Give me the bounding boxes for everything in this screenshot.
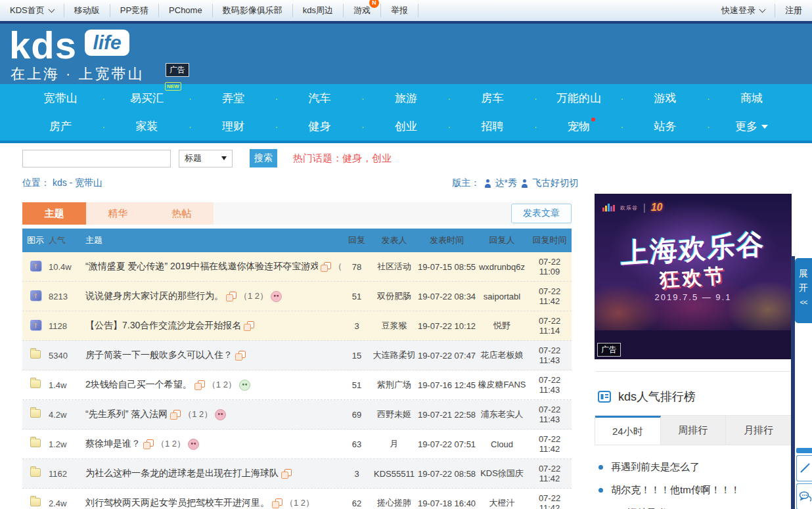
table-row[interactable]: 1.4w 2块钱给自己买一个希望。 （1 2） 51 紫荆广场 19-07-16… [22, 370, 572, 400]
nav-item-site-affairs[interactable]: 站务 [631, 119, 700, 134]
moderator-link[interactable]: 达*秀 [495, 177, 517, 189]
tab-digest[interactable]: 精华 [86, 202, 150, 225]
topbar-item-games[interactable]: 游戏 N [344, 4, 381, 17]
topic-replier[interactable]: wxdrunbq6z [476, 262, 528, 272]
table-row[interactable]: 2.4w 刘行驾校两天两起女学员把驾校车开进河里。 （1 2） 62 搓心搓肺 … [22, 489, 572, 509]
nav-item-yimaihui[interactable]: 易买汇NEW [113, 91, 181, 106]
topic-replier[interactable]: 橡皮糖FANS [476, 379, 528, 391]
topic-title-link[interactable]: “先生系列” 落入法网 [85, 409, 168, 420]
chat-button[interactable] [796, 483, 812, 509]
topic-author[interactable]: 双份肥肠 [371, 290, 417, 302]
topic-replier[interactable]: 浦东老实人 [476, 409, 528, 420]
search-scope-select[interactable]: 标题 [179, 150, 233, 167]
topic-pages[interactable]: （1 2） [156, 438, 185, 450]
search-button[interactable]: 搜索 [250, 149, 277, 167]
topic-replier[interactable]: KDS徐国庆 [476, 468, 528, 479]
topic-author[interactable]: 月 [371, 438, 417, 450]
topic-pages[interactable]: （1 2） [208, 379, 237, 391]
topbar-item-pp-betting[interactable]: PP竞猜 [110, 4, 159, 17]
table-row[interactable]: 5340 房子简装一下一般吹多久可以入住？ 15 大连路柔切 19-07-22 … [22, 341, 572, 370]
breadcrumb-path[interactable]: kds - 宽带山 [53, 177, 102, 188]
nav-item-startup[interactable]: 创业 [372, 119, 440, 134]
site-logo[interactable]: kds life [9, 25, 129, 66]
rank-item-text[interactable]: 再遇到前夫是怎么了 [611, 461, 700, 474]
topic-author[interactable]: 紫荆广场 [371, 379, 417, 391]
breadcrumb-row: 位置： kds - 宽带山 版主： 达*秀 飞古好切切 [22, 177, 578, 189]
topic-pages[interactable]: （1 2） [239, 290, 268, 302]
topic-title-link[interactable]: 为社么这种一条龙的进球老是出现在打上海球队 [85, 468, 279, 479]
topic-author[interactable]: 社区活动 [371, 261, 417, 273]
hot-topics-text[interactable]: 热门话题：健身，创业 [293, 152, 392, 165]
list-item[interactable]: 再遇到前夫是怎么了 [595, 456, 792, 479]
nav-item-fitness[interactable]: 健身 [286, 119, 354, 134]
quick-login-button[interactable]: 快速登录 [711, 4, 775, 17]
topic-title-link[interactable]: 说说健身房大家讨厌的那些行为。 [85, 290, 223, 302]
moderator-link[interactable]: 飞古好切切 [532, 177, 578, 189]
post-article-button[interactable]: 发表文章 [511, 204, 572, 223]
toolbar-handle[interactable] [796, 448, 812, 453]
table-row[interactable]: 8213 说说健身房大家讨厌的那些行为。 （1 2） 51 双份肥肠 19-07… [22, 282, 572, 311]
rank-tab-24h[interactable]: 24小时 [595, 416, 661, 445]
topic-author[interactable]: 豆浆猴 [371, 320, 417, 332]
rank-tab-week[interactable]: 周排行 [661, 416, 727, 445]
tab-hot[interactable]: 热帖 [150, 202, 214, 225]
topic-replier[interactable]: 大橙汁 [476, 497, 528, 509]
nav-item-finance[interactable]: 理财 [199, 119, 267, 134]
topic-title-link[interactable]: 【公告】7.30合作交流沙龙会开始报名 [85, 320, 241, 332]
happy-valley-ad-banner[interactable]: 欢乐谷 | 10 上海欢乐谷 狂欢节 2019.7.5 — 9.1 广告 [595, 194, 792, 359]
search-input[interactable] [22, 150, 171, 167]
write-post-button[interactable] [796, 455, 812, 481]
list-item[interactable]: 胡尔克！！！他tm传啊！！！ [595, 479, 792, 502]
breadcrumb[interactable]: 位置： kds - 宽带山 [22, 177, 102, 189]
nav-item-almighty-mountain[interactable]: 万能的山 [545, 91, 613, 106]
nav-item-rv[interactable]: 房车 [459, 91, 527, 106]
moderators-label: 版主： [453, 177, 480, 189]
divider [596, 371, 790, 372]
topic-title-link[interactable]: “激情盛夏 爱心传递” 2019中福在线邀你体验连环夺宝游戏 [85, 261, 318, 273]
table-row[interactable]: 1128 【公告】7.30合作交流沙龙会开始报名 3 豆浆猴 19-07-22 … [22, 311, 572, 341]
topic-replier[interactable]: saiportabl [476, 292, 528, 301]
register-button[interactable]: 注册 [775, 4, 812, 17]
topic-title-link[interactable]: 2块钱给自己买一个希望。 [85, 379, 192, 391]
topbar-item-kds-home[interactable]: KDS首页 [0, 4, 64, 17]
table-row[interactable]: 1.2w 蔡徐坤是谁？ （1 2） 63 月 19-07-22 07:51 Cl… [22, 430, 572, 459]
topic-author[interactable]: 大连路柔切 [371, 349, 417, 361]
rank-tab-month[interactable]: 月排行 [726, 416, 791, 445]
table-row[interactable]: 10.4w “激情盛夏 爱心传递” 2019中福在线邀你体验连环夺宝游戏 （ 7… [22, 252, 572, 282]
topic-replier[interactable]: 花店老板娘 [476, 349, 528, 361]
nav-item-nongtang[interactable]: 弄堂 [199, 91, 267, 106]
topic-author[interactable]: KDS55511 [371, 469, 417, 479]
topbar-item-digital-imaging-club[interactable]: 数码影像俱乐部 [213, 4, 293, 17]
table-row[interactable]: 1162 为社么这种一条龙的进球老是出现在打上海球队 3 KDS55511 19… [22, 459, 572, 489]
nav-item-pets[interactable]: 宠物 [545, 119, 613, 134]
nav-item-games[interactable]: 游戏 [631, 91, 700, 106]
topic-author[interactable]: 搓心搓肺 [371, 497, 417, 509]
topic-pages[interactable]: （1 2） [183, 409, 212, 420]
logo-life-badge: life [85, 30, 129, 56]
tab-topics[interactable]: 主题 [22, 202, 86, 225]
nav-item-kuandaishan[interactable]: 宽带山 [26, 91, 95, 106]
topbar-item-mobile[interactable]: 移动版 [64, 4, 110, 17]
nav-item-jobs[interactable]: 招聘 [459, 119, 527, 134]
nav-item-mall[interactable]: 商城 [717, 91, 786, 106]
topic-pages[interactable]: （1 2） [285, 497, 314, 509]
nav-item-home-decor[interactable]: 家装 [113, 119, 181, 134]
nav-item-more[interactable]: 更多 [717, 119, 786, 134]
nav-item-travel[interactable]: 旅游 [372, 91, 440, 106]
topic-replier[interactable]: Cloud [476, 439, 528, 449]
expand-panel-button[interactable]: 展 开 << [795, 258, 812, 323]
rank-item-text[interactable]: 胡尔克！！！他tm传啊！！！ [611, 484, 740, 497]
topic-title-link[interactable]: 刘行驾校两天两起女学员把驾校车开进河里。 [85, 497, 269, 509]
topic-pages[interactable]: （ [334, 261, 342, 273]
topic-author[interactable]: 西野未姬 [371, 409, 417, 420]
topbar-item-kds-goods[interactable]: kds周边 [293, 4, 344, 17]
topbar-item-report[interactable]: 举报 [381, 4, 418, 17]
table-row[interactable]: 4.2w “先生系列” 落入法网 （1 2） 69 西野未姬 19-07-21 … [22, 400, 572, 430]
topbar-item-pchome[interactable]: PChome [159, 4, 213, 17]
topic-replier[interactable]: 悦野 [476, 320, 528, 332]
topic-title-link[interactable]: 蔡徐坤是谁？ [85, 438, 141, 450]
topic-title-link[interactable]: 房子简装一下一般吹多久可以入住？ [85, 349, 233, 361]
list-item[interactable]: GIF巡航导弹 [595, 502, 792, 509]
nav-item-realestate[interactable]: 房产 [26, 119, 95, 134]
nav-item-cars[interactable]: 汽车 [286, 91, 354, 106]
